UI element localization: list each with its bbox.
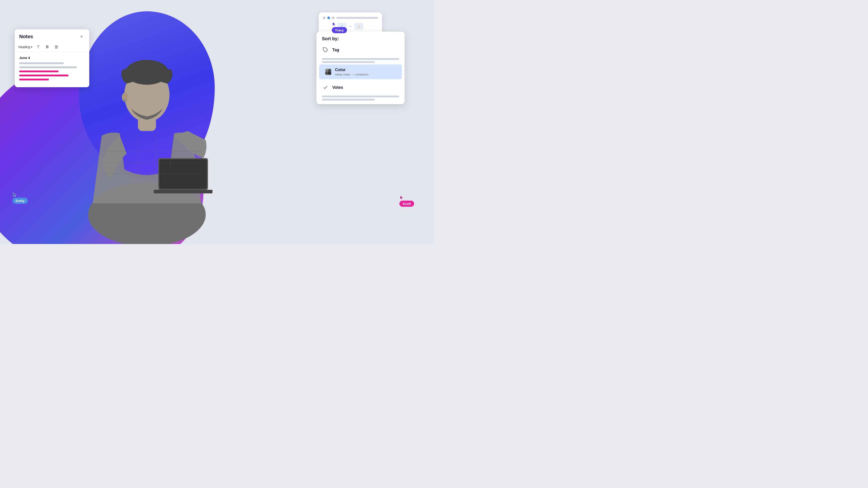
notes-date: June 4 [19,56,85,60]
text-line-pink-3 [19,78,49,80]
tracy-badge: Tracy [332,27,347,33]
heading-label: Heading [18,45,30,49]
close-button[interactable]: × [79,33,85,40]
diagram-bar [336,17,378,19]
bold-button[interactable]: B [44,44,51,50]
diagram-dot-3 [332,17,335,19]
diagram-dot-2 [327,17,330,19]
notes-content: June 4 [15,52,89,87]
sort-bottom-line-1 [322,96,399,97]
text-format-button[interactable]: T [35,44,41,50]
dropdown-arrow-icon: ▾ [31,45,32,48]
sort-item-color[interactable]: Color sticky notes → containers [319,64,402,79]
sort-bottom-line-2 [322,99,375,101]
votes-label: Votes [332,85,343,90]
sort-panel: Sort by: Tag Color sticky notes → contai… [316,32,405,104]
arrow-right-icon: → [348,24,352,28]
notes-panel: Notes × Heading ▾ T B ☰ June 4 [15,29,89,87]
color-subtext: sticky notes → containers [335,73,368,76]
tag-label: Tag [332,48,339,53]
cursor-tracy: Tracy [332,22,347,33]
votes-icon [322,84,329,91]
text-line-1 [19,62,64,64]
color-label: Color [335,68,368,72]
notes-title: Notes [19,34,33,39]
text-line-2 [19,66,77,68]
scott-badge: Scott [399,201,414,207]
color-circles-icon [324,68,332,75]
svg-rect-8 [154,190,213,193]
cursor-arrow-icon-emily [12,192,18,197]
cursor-arrow-icon-scott [399,195,404,200]
svg-point-5 [124,99,126,102]
notes-toolbar: Heading ▾ T B ☰ [15,42,89,52]
color-item-content: Color sticky notes → containers [335,68,368,76]
text-line-pink-1 [19,70,59,72]
svg-point-20 [328,71,331,75]
sort-header: Sort by: [316,32,405,43]
sort-divider-line-2 [322,61,375,63]
sort-item-tag[interactable]: Tag [316,43,405,57]
sort-item-votes[interactable]: Votes [316,80,405,94]
warning-box-icon: ⚠ [354,23,364,30]
notes-header: Notes × [15,29,89,42]
cursor-scott: Scott [399,195,414,207]
cursor-emily: Emily [12,192,28,204]
diagram-topbar [323,17,378,19]
tag-icon [322,46,329,54]
emily-badge: Emily [12,198,28,204]
diagram-dot-1 [323,17,326,19]
list-button[interactable]: ☰ [53,44,59,50]
cursor-arrow-icon [332,22,337,27]
heading-dropdown[interactable]: Heading ▾ [18,45,32,49]
text-line-pink-2 [19,74,68,76]
sort-divider-line-1 [322,58,399,60]
